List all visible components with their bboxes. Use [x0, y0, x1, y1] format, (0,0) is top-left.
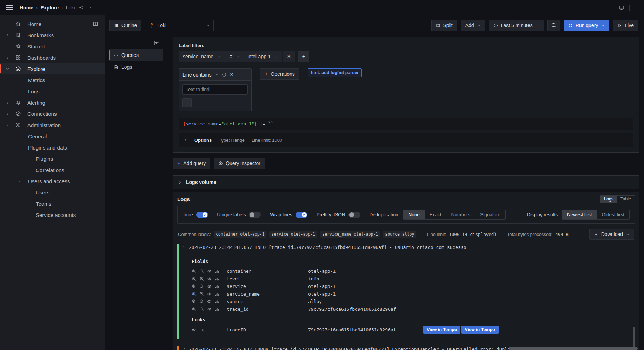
view-table-option[interactable]: Table — [617, 196, 635, 203]
sidebar-item-connections[interactable]: Connections — [0, 108, 105, 119]
wrap-lines-toggle[interactable] — [296, 212, 307, 218]
sidebar-item-service-accounts[interactable]: Service accounts — [0, 209, 105, 220]
eye-icon[interactable] — [207, 284, 212, 289]
sidebar-item-starred[interactable]: Starred — [0, 41, 105, 52]
chevron-right-icon[interactable] — [6, 45, 11, 48]
filter-operator-select[interactable]: = — [225, 51, 244, 62]
chevron-right-icon[interactable] — [182, 347, 186, 350]
dedup-signature-option[interactable]: Signature — [475, 210, 505, 219]
sidebar-item-users-and-access[interactable]: Users and access — [0, 176, 105, 187]
filter-out-value-icon[interactable] — [199, 299, 204, 304]
operations-button[interactable]: + Operations — [260, 68, 299, 80]
chevron-down-icon[interactable] — [18, 179, 22, 183]
sidebar-item-explore[interactable]: Explore — [0, 63, 105, 74]
add-label-filter-button[interactable]: + — [298, 51, 309, 62]
chevron-right-icon[interactable] — [6, 33, 11, 37]
filter-out-value-icon[interactable] — [199, 284, 204, 289]
query-options-bar[interactable]: Options Type: Range Line limit: 1000 — [179, 133, 633, 147]
sidebar-item-bookmarks[interactable]: Bookmarks — [0, 29, 105, 41]
live-button[interactable]: Live — [613, 20, 638, 31]
view-logs-option[interactable]: Logs — [600, 196, 617, 203]
chevron-right-icon[interactable] — [6, 101, 11, 105]
filter-out-value-icon[interactable] — [199, 269, 204, 273]
filter-out-value-icon[interactable] — [199, 277, 204, 281]
chevron-down-icon[interactable] — [6, 67, 11, 71]
menu-toggle-icon[interactable] — [6, 5, 13, 10]
chevron-down-icon[interactable] — [182, 245, 186, 249]
eye-icon[interactable] — [207, 292, 212, 296]
stats-bars-icon[interactable] — [215, 269, 219, 273]
info-icon[interactable] — [222, 72, 226, 77]
stats-bars-icon[interactable] — [215, 277, 219, 281]
remove-operation-button[interactable]: ✕ — [230, 72, 234, 77]
sidebar-item-dashboards[interactable]: Dashboards — [0, 52, 105, 63]
stats-bars-icon[interactable] — [215, 292, 219, 296]
share-icon[interactable] — [79, 5, 84, 10]
sidebar-item-administration[interactable]: Administration — [0, 119, 105, 131]
eye-icon[interactable] — [207, 307, 212, 311]
topnav-chevron-icon[interactable] — [635, 6, 638, 9]
filter-value-select[interactable]: otel-app-1 — [244, 51, 282, 62]
newest-first-option[interactable]: Newest first — [562, 210, 597, 219]
stats-bars-icon[interactable] — [215, 284, 219, 289]
chevron-right-icon[interactable] — [6, 56, 11, 60]
logs-volume-section[interactable]: Logs volume — [173, 175, 639, 189]
breadcrumb-home[interactable]: Home — [20, 5, 33, 11]
unique-labels-toggle[interactable] — [249, 212, 261, 218]
datasource-picker[interactable]: Loki — [145, 20, 214, 31]
horizontal-scrollbar[interactable] — [509, 347, 638, 350]
chevron-right-icon[interactable] — [6, 112, 11, 116]
filter-for-value-icon[interactable] — [192, 299, 196, 304]
view-in-tempo-button[interactable]: View in Tempo — [461, 326, 498, 334]
breadcrumb-explore[interactable]: Explore — [41, 5, 59, 11]
filter-for-value-icon[interactable] — [192, 277, 196, 281]
query-inspector-button[interactable]: Query inspector — [214, 158, 265, 169]
eye-icon[interactable] — [207, 299, 212, 304]
prettify-json-toggle[interactable] — [348, 212, 360, 218]
dedup-exact-option[interactable]: Exact — [425, 210, 446, 219]
dedup-none-option[interactable]: None — [403, 210, 424, 219]
sidebar-item-general[interactable]: General — [0, 131, 105, 142]
sidebar-item-correlations[interactable]: Correlations — [0, 164, 105, 176]
vertical-scrollbar[interactable] — [633, 327, 635, 350]
kiosk-monitor-icon[interactable] — [619, 5, 624, 11]
filter-out-value-icon[interactable] — [199, 307, 204, 311]
eye-icon[interactable] — [207, 269, 212, 273]
sidebar-item-metrics[interactable]: Metrics — [0, 74, 105, 86]
run-query-button[interactable]: Run query — [564, 20, 610, 31]
outline-item-logs[interactable]: Logs — [109, 61, 163, 73]
outline-button[interactable]: Outline — [109, 20, 141, 31]
sidebar-item-teams[interactable]: Teams — [0, 198, 105, 209]
chevron-right-icon[interactable] — [18, 134, 22, 138]
filter-for-value-icon[interactable] — [192, 269, 196, 273]
sidebar-item-plugins[interactable]: Plugins — [0, 153, 105, 164]
collapse-outline-button[interactable] — [109, 39, 163, 49]
zoom-out-time-button[interactable] — [547, 20, 560, 31]
chevron-down-icon[interactable] — [215, 73, 219, 77]
stats-bars-icon[interactable] — [199, 328, 204, 332]
dedup-numbers-option[interactable]: Numbers — [446, 210, 475, 219]
eye-icon[interactable] — [207, 277, 212, 281]
chevron-down-icon[interactable] — [6, 123, 11, 127]
logfmt-hint-link[interactable]: hint: add logfmt parser — [308, 68, 362, 77]
outline-item-queries[interactable]: Queries — [109, 49, 163, 61]
sidebar-item-plugins-and-data[interactable]: Plugins and data — [0, 142, 105, 153]
filter-for-value-icon[interactable] — [192, 307, 196, 311]
oldest-first-option[interactable]: Oldest first — [597, 210, 629, 219]
log-line[interactable]: 2026-02-23 23:44:41.057 INFO [trace_id=7… — [182, 243, 635, 251]
time-range-picker[interactable]: Last 5 minutes — [489, 20, 544, 31]
split-button[interactable]: Split — [431, 20, 457, 31]
sidebar-item-users[interactable]: Users — [0, 187, 105, 198]
sidebar-item-home[interactable]: Home — [0, 18, 105, 29]
eye-icon[interactable] — [192, 328, 196, 332]
filter-for-value-icon[interactable] — [192, 284, 196, 289]
sidebar-item-logs[interactable]: Logs — [0, 86, 105, 97]
time-toggle[interactable] — [196, 212, 208, 218]
download-button[interactable]: Download — [589, 229, 634, 240]
add-text-filter-button[interactable]: + — [182, 98, 192, 107]
chevron-down-icon[interactable] — [18, 146, 22, 150]
filter-for-value-icon-active[interactable] — [192, 292, 196, 296]
add-button[interactable]: Add — [461, 20, 485, 31]
stats-bars-icon[interactable] — [215, 307, 219, 311]
filter-label-select[interactable]: service_name — [179, 51, 225, 62]
